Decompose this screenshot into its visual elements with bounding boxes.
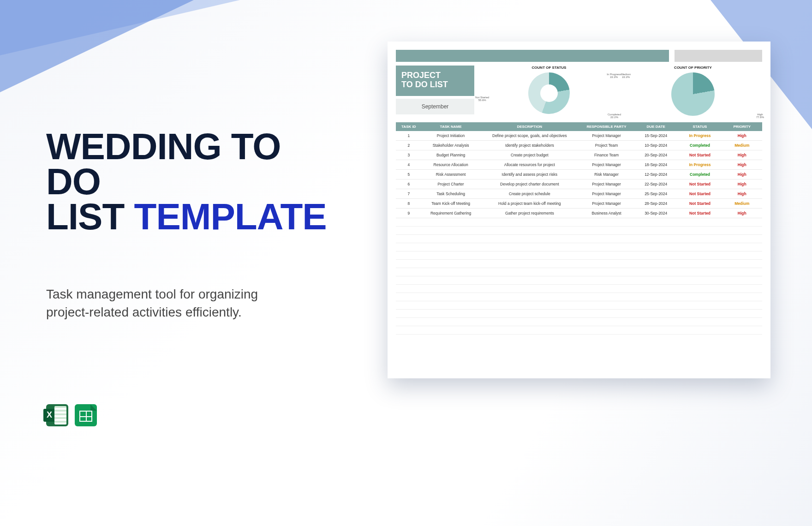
cell-id: 5 [396,170,422,179]
cell-priority: Medium [722,199,762,209]
priority-chart: COUNT OF PRIORITY Medium22.2% High77.8% [624,66,762,118]
cell-desc: Hold a project team kick-off meeting [480,199,579,209]
table-row-empty [396,218,762,227]
cell-name: Stakeholder Analysis [422,141,480,150]
page-title: WEDDING TO DO LIST TEMPLATE [46,129,341,234]
cell-due: 25-Sep-2024 [634,189,678,199]
chart-label: In Progress22.2% [607,73,621,78]
cell-name: Budget Planning [422,150,480,160]
col-priority: PRIORITY [722,122,762,131]
cell-desc: Develop project charter document [480,179,579,189]
cell-status: In Progress [678,160,722,170]
cell-party: Project Manager [579,189,634,199]
table-row: 8 Team Kick-off Meeting Hold a project t… [396,199,762,209]
chart-label: Completed22.2% [608,113,621,119]
table-row-empty [396,227,762,235]
cell-name: Resource Allocation [422,160,480,170]
cell-due: 30-Sep-2024 [634,209,678,218]
cell-due: 18-Sep-2024 [634,160,678,170]
cell-priority: Medium [722,141,762,150]
cell-due: 10-Sep-2024 [634,141,678,150]
cell-id: 7 [396,189,422,199]
table-row-empty [396,293,762,301]
table-row: 4 Resource Allocation Allocate resources… [396,160,762,170]
col-desc: DESCRIPTION [480,122,579,131]
cell-id: 6 [396,179,422,189]
title-line1: WEDDING TO DO [46,129,341,199]
template-preview: PROJECT TO DO LIST September COUNT OF ST… [388,42,770,378]
preview-title: PROJECT TO DO LIST [396,66,474,96]
cell-party: Risk Manager [579,170,634,179]
donut-chart-icon [528,72,570,114]
cell-party: Finance Team [579,150,634,160]
cell-priority: High [722,160,762,170]
table-row-empty [396,260,762,268]
table-row-empty [396,243,762,251]
table-row: 7 Task Scheduling Create project schedul… [396,189,762,199]
cell-name: Requirement Gathering [422,209,480,218]
cell-priority: High [722,150,762,160]
cell-priority: High [722,131,762,141]
table-row: 1 Project Initiation Define project scop… [396,131,762,141]
col-status: STATUS [678,122,722,131]
table-row: 6 Project Charter Develop project charte… [396,179,762,189]
excel-icon [46,404,68,426]
chart-label: Medium22.2% [621,73,631,78]
cell-due: 22-Sep-2024 [634,179,678,189]
cell-name: Team Kick-off Meeting [422,199,480,209]
cell-status: Not Started [678,189,722,199]
cell-status: Completed [678,170,722,179]
table-row-empty [396,251,762,260]
col-name: TASK NAME [422,122,480,131]
cell-id: 2 [396,141,422,150]
col-party: RESPONSIBLE PARTY [579,122,634,131]
cell-id: 4 [396,160,422,170]
cell-desc: Create project budget [480,150,579,160]
cell-id: 9 [396,209,422,218]
cell-party: Business Analyst [579,209,634,218]
cell-party: Project Manager [579,179,634,189]
title-line2: LIST TEMPLATE [46,199,341,234]
table-row: 2 Stakeholder Analysis Identify project … [396,141,762,150]
cell-status: Not Started [678,199,722,209]
table-header-row: TASK ID TASK NAME DESCRIPTION RESPONSIBL… [396,122,762,131]
cell-status: Not Started [678,179,722,189]
cell-priority: High [722,189,762,199]
cell-due: 20-Sep-2024 [634,150,678,160]
cell-status: Not Started [678,209,722,218]
title-highlight: TEMPLATE [134,196,327,237]
table-row-empty [396,276,762,285]
cell-name: Project Initiation [422,131,480,141]
chart-title: COUNT OF STATUS [480,66,618,70]
table-row: 3 Budget Planning Create project budget … [396,150,762,160]
format-icons [46,404,341,426]
chart-title: COUNT OF PRIORITY [624,66,762,70]
cell-party: Project Team [579,141,634,150]
cell-party: Project Manager [579,160,634,170]
cell-desc: Gather project requirements [480,209,579,218]
cell-desc: Define project scope, goals, and objecti… [480,131,579,141]
cell-desc: Create project schedule [480,189,579,199]
cell-party: Project Manager [579,131,634,141]
preview-month: September [396,99,474,114]
chart-label: High77.8% [756,113,764,119]
pie-chart-icon [671,72,715,116]
cell-name: Task Scheduling [422,189,480,199]
cell-due: 12-Sep-2024 [634,170,678,179]
cell-id: 1 [396,131,422,141]
preview-header-bar [675,50,762,62]
tasks-table: TASK ID TASK NAME DESCRIPTION RESPONSIBL… [396,122,762,335]
preview-title-line1: PROJECT [401,71,469,80]
chart-label: Not Started55.6% [475,96,489,102]
cell-due: 28-Sep-2024 [634,199,678,209]
col-id: TASK ID [396,122,422,131]
cell-status: Not Started [678,150,722,160]
table-row-empty [396,285,762,293]
cell-party: Project Manager [579,199,634,209]
cell-status: Completed [678,141,722,150]
table-row-empty [396,235,762,243]
cell-desc: Identify and assess project risks [480,170,579,179]
cell-id: 8 [396,199,422,209]
cell-name: Risk Assessment [422,170,480,179]
preview-header-bar [396,50,669,62]
